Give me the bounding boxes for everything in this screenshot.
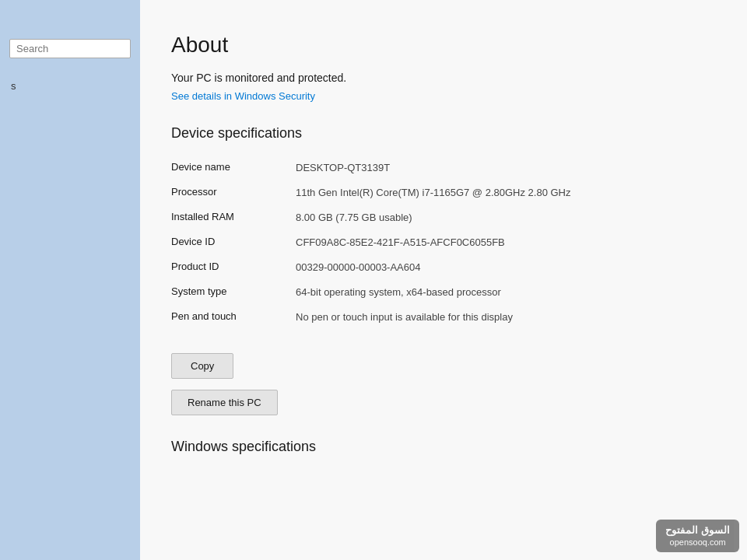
table-row: Processor11th Gen Intel(R) Core(TM) i7-1… (171, 180, 716, 205)
spec-value: No pen or touch input is available for t… (296, 310, 716, 325)
spec-label: Pen and touch (171, 310, 296, 322)
windows-security-link[interactable]: See details in Windows Security (171, 90, 315, 102)
device-specs-title: Device specifications (171, 125, 716, 142)
sidebar-label: s (0, 74, 140, 98)
windows-specs-title: Windows specifications (171, 439, 716, 455)
spec-value: 11th Gen Intel(R) Core(TM) i7-1165G7 @ 2… (296, 185, 716, 201)
spec-value: CFF09A8C-85E2-421F-A515-AFCF0C6055FB (296, 235, 716, 250)
page-title: About (171, 33, 716, 58)
titlebar: ─ ☐ (280, 0, 747, 25)
spec-label: Processor (171, 185, 296, 198)
table-row: Device nameDESKTOP-QT3139T (171, 156, 716, 180)
table-row: Product ID00329-00000-00003-AA604 (171, 255, 716, 280)
sidebar: 🔍 s (0, 0, 140, 560)
spec-label: System type (171, 285, 296, 297)
protection-status: Your PC is monitored and protected. (171, 72, 716, 84)
table-row: Installed RAM8.00 GB (7.75 GB usable) (171, 205, 716, 230)
spec-value: 00329-00000-00003-AA604 (296, 260, 716, 275)
device-specs-table: Device nameDESKTOP-QT3139TProcessor11th … (171, 156, 716, 330)
watermark: السوق المفتوحopensooq.com (656, 520, 739, 552)
spec-value: 8.00 GB (7.75 GB usable) (296, 210, 716, 226)
spec-value: 64-bit operating system, x64-based proce… (296, 285, 716, 300)
table-row: Pen and touchNo pen or touch input is av… (171, 305, 716, 330)
rename-pc-button[interactable]: Rename this PC (171, 390, 278, 415)
table-row: Device IDCFF09A8C-85E2-421F-A515-AFCF0C6… (171, 230, 716, 255)
spec-label: Device ID (171, 235, 296, 247)
spec-value: DESKTOP-QT3139T (296, 160, 716, 176)
spec-label: Device name (171, 160, 296, 173)
search-input[interactable] (16, 43, 147, 54)
spec-label: Installed RAM (171, 210, 296, 222)
copy-button[interactable]: Copy (171, 353, 233, 379)
main-content: ─ ☐ About Your PC is monitored and prote… (140, 0, 747, 560)
table-row: System type64-bit operating system, x64-… (171, 280, 716, 305)
search-box[interactable]: 🔍 (9, 39, 131, 58)
spec-label: Product ID (171, 260, 296, 272)
